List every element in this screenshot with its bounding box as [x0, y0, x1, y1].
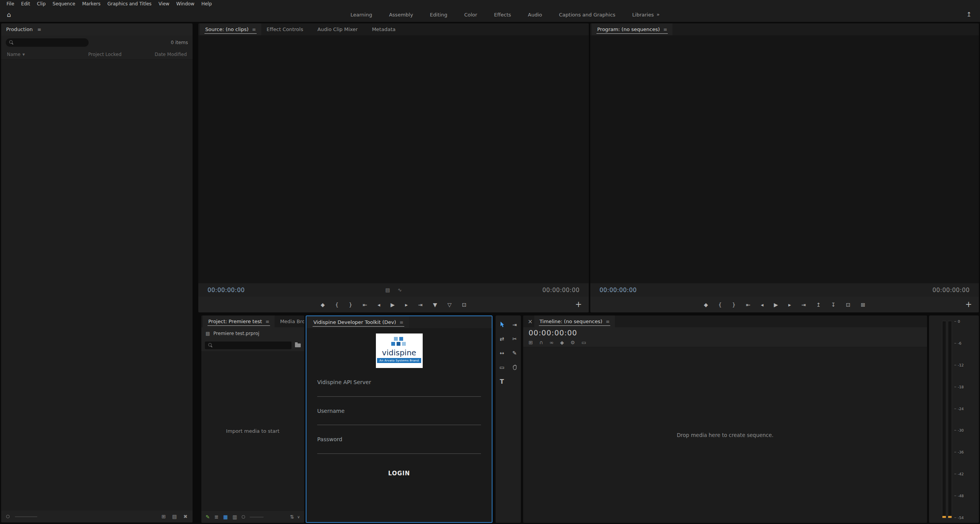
timeline-display-settings-icon[interactable]: ⊞ — [529, 340, 533, 345]
mark-in-button[interactable]: { — [718, 302, 722, 308]
go-to-in-button[interactable]: ⇤ — [746, 302, 751, 308]
snap-icon[interactable]: ∩ — [539, 340, 543, 345]
workspace-tab[interactable]: Color — [464, 12, 477, 18]
freeform-view-icon[interactable]: ▥ — [232, 514, 237, 520]
step-forward-button[interactable]: ▸ — [405, 302, 408, 308]
add-marker-icon[interactable]: ◆ — [560, 340, 564, 345]
overwrite-button[interactable]: ▽ — [448, 302, 452, 308]
menu-item[interactable]: File — [3, 1, 18, 7]
panel-menu-icon[interactable]: ≡ — [37, 27, 41, 32]
selection-tool[interactable] — [497, 320, 507, 329]
rectangle-tool[interactable]: ▭ — [497, 363, 507, 372]
column-header-project-locked[interactable]: Project Locked — [88, 52, 153, 57]
api-server-input[interactable] — [317, 389, 481, 397]
workspace-tab[interactable]: Effects — [494, 12, 511, 18]
mark-in-button[interactable]: { — [335, 302, 339, 308]
project-search-box[interactable] — [205, 342, 292, 349]
password-input[interactable] — [317, 446, 481, 454]
play-button[interactable]: ▶ — [774, 302, 778, 308]
workspace-tab[interactable]: Libraries — [632, 12, 654, 18]
new-search-bin-icon[interactable] — [295, 343, 301, 347]
menu-item[interactable]: Graphics and Titles — [104, 1, 155, 7]
insert-button[interactable]: ▼ — [433, 302, 437, 308]
captions-icon[interactable]: ▭ — [581, 340, 586, 345]
mark-out-button[interactable]: } — [732, 302, 736, 308]
slip-tool[interactable]: ⇄ — [497, 334, 507, 343]
tab-metadata[interactable]: Metadata — [367, 23, 405, 35]
quick-export-icon[interactable]: ↥ — [967, 11, 972, 18]
timeline-drop-area[interactable]: Drop media here to create sequence. — [523, 347, 927, 523]
tab-timeline[interactable]: Timeline: (no sequences) ≡ — [534, 315, 615, 327]
lift-button[interactable]: ↥ — [816, 302, 821, 308]
step-back-button[interactable]: ◂ — [761, 302, 763, 308]
add-marker-button[interactable]: ◆ — [704, 302, 708, 308]
play-button[interactable]: ▶ — [390, 302, 395, 308]
home-icon[interactable]: ⌂ — [7, 11, 11, 18]
panel-menu-icon[interactable]: ≡ — [663, 27, 667, 32]
tab-project[interactable]: Project: Premiere test ≡ — [203, 315, 275, 327]
new-item-icon[interactable]: ▤ — [172, 514, 177, 519]
ripple-edit-tool[interactable]: ↔ — [497, 348, 507, 358]
zoom-slider[interactable] — [15, 516, 37, 517]
tab-vidispine-toolkit[interactable]: Vidispine Developer Toolkit (Dev) ≡ — [308, 316, 409, 328]
track-select-forward-tool[interactable]: ⇥ — [510, 320, 520, 329]
list-view-icon[interactable]: ≣ — [214, 514, 219, 520]
menu-item[interactable]: View — [155, 1, 173, 7]
go-to-out-button[interactable]: ⇥ — [418, 302, 423, 308]
panel-menu-icon[interactable]: ≡ — [265, 319, 269, 324]
hand-tool[interactable] — [510, 363, 520, 372]
menu-item[interactable]: Markers — [79, 1, 104, 7]
zoom-out-icon[interactable] — [6, 515, 10, 518]
step-forward-button[interactable]: ▸ — [788, 302, 791, 308]
username-input[interactable] — [317, 417, 481, 425]
button-editor-icon[interactable]: + — [965, 300, 972, 309]
export-frame-button[interactable]: ⊡ — [846, 302, 850, 308]
menu-item[interactable]: Help — [198, 1, 215, 7]
column-header-date-modified[interactable]: Date Modified — [155, 52, 187, 57]
login-button[interactable]: LOGIN — [317, 470, 481, 477]
menu-item[interactable]: Edit — [18, 1, 33, 7]
button-editor-icon[interactable]: + — [575, 300, 582, 309]
add-marker-button[interactable]: ◆ — [321, 302, 325, 308]
tab-audio-clip-mixer[interactable]: Audio Clip Mixer — [312, 23, 366, 35]
export-frame-button[interactable]: ⊡ — [462, 302, 466, 308]
tab-source[interactable]: Source: (no clips) ≡ — [200, 23, 261, 35]
panel-menu-icon[interactable]: ≡ — [400, 320, 404, 325]
icon-view-icon[interactable]: ▦ — [223, 514, 228, 520]
comparison-view-button[interactable]: ⊞ — [861, 302, 865, 308]
project-writable-icon[interactable]: ✎ — [206, 514, 210, 520]
column-header-name[interactable]: Name ▼ — [7, 52, 88, 57]
zoom-slider-handle[interactable] — [242, 515, 245, 519]
timeline-settings-wrench-icon[interactable]: ⚙ — [570, 340, 575, 345]
go-to-in-button[interactable]: ⇤ — [363, 302, 367, 308]
workspace-tab[interactable]: Audio — [528, 12, 542, 18]
menu-item[interactable]: Clip — [33, 1, 49, 7]
drag-video-only-icon[interactable]: ▤ — [385, 287, 390, 293]
workspace-tab[interactable]: Editing — [430, 12, 447, 18]
project-search-input[interactable] — [215, 343, 288, 348]
menu-item[interactable]: Window — [173, 1, 198, 7]
go-to-out-button[interactable]: ⇥ — [801, 302, 806, 308]
workspace-tab[interactable]: Assembly — [389, 12, 413, 18]
workspace-tab[interactable]: Learning — [351, 12, 372, 18]
tab-effect-controls[interactable]: Effect Controls — [261, 23, 312, 35]
chevron-down-icon[interactable]: ∨ — [297, 515, 300, 519]
production-search-box[interactable] — [6, 38, 89, 47]
tab-media-browser[interactable]: Media Browser — [275, 315, 304, 327]
project-media-area[interactable]: Import media to start — [201, 351, 304, 511]
type-tool[interactable]: T — [497, 377, 507, 386]
sort-icon[interactable]: ⇅ — [290, 514, 294, 520]
step-back-button[interactable]: ◂ — [377, 302, 380, 308]
extract-button[interactable]: ↧ — [831, 302, 836, 308]
new-bin-icon[interactable]: ⊞ — [161, 514, 166, 519]
delete-icon[interactable]: ✖ — [183, 514, 188, 519]
tab-program[interactable]: Program: (no sequences) ≡ — [592, 23, 672, 35]
drag-audio-only-icon[interactable]: ∿ — [398, 287, 402, 293]
linked-selection-icon[interactable]: ∞ — [549, 340, 553, 345]
workspace-overflow-button[interactable]: » — [657, 11, 660, 17]
production-search-input[interactable] — [16, 40, 85, 45]
pen-tool[interactable]: ✎ — [510, 348, 520, 358]
panel-menu-icon[interactable]: ≡ — [252, 27, 256, 32]
project-file-row[interactable]: ▤ Premiere test.prproj — [201, 327, 304, 339]
razor-tool[interactable]: ✂ — [510, 334, 520, 343]
